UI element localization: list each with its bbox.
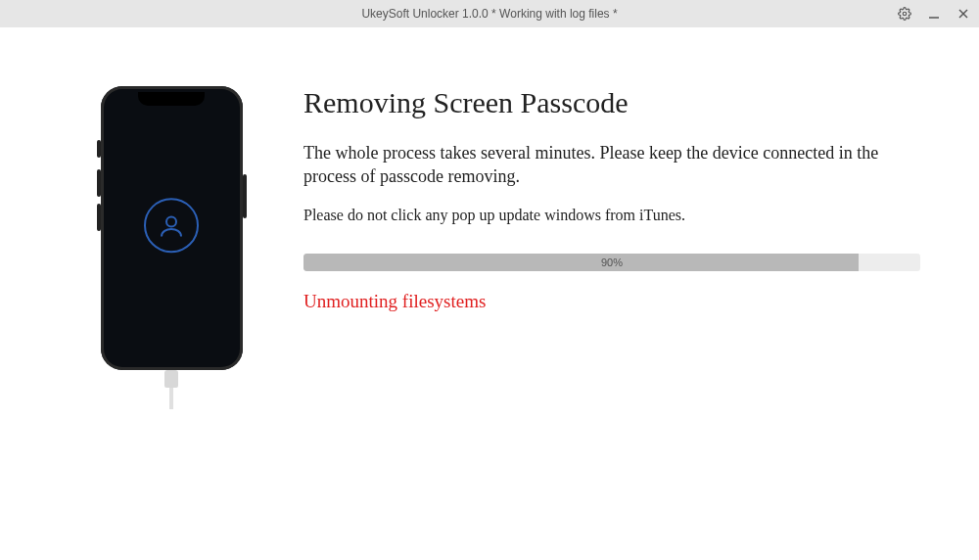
cable-illustration — [163, 370, 180, 409]
phone-notch — [138, 92, 205, 106]
phone-side-button — [97, 140, 101, 158]
itunes-warning: Please do not click any pop up update wi… — [303, 207, 920, 224]
phone-side-button — [243, 174, 247, 218]
title-bar: UkeySoft Unlocker 1.0.0 * Working with l… — [0, 0, 979, 27]
settings-icon[interactable] — [897, 6, 912, 22]
progress-bar: 90% — [303, 254, 920, 271]
device-illustration-column — [59, 86, 284, 370]
phone-side-button — [97, 204, 101, 231]
phone-illustration — [101, 86, 243, 370]
minimize-icon[interactable] — [926, 6, 942, 22]
svg-point-0 — [903, 12, 907, 16]
window-title: UkeySoft Unlocker 1.0.0 * Working with l… — [361, 7, 617, 21]
main-content: Removing Screen Passcode The whole proce… — [0, 27, 979, 370]
close-icon[interactable] — [956, 6, 971, 22]
user-avatar-icon — [144, 198, 199, 253]
window-controls — [897, 0, 971, 27]
progress-percent-label: 90% — [303, 257, 920, 268]
page-heading: Removing Screen Passcode — [303, 86, 920, 119]
status-text: Unmounting filesystems — [303, 291, 920, 312]
text-column: Removing Screen Passcode The whole proce… — [284, 86, 930, 370]
svg-point-4 — [166, 216, 176, 226]
process-description: The whole process takes several minutes.… — [303, 141, 920, 189]
phone-side-button — [97, 169, 101, 197]
